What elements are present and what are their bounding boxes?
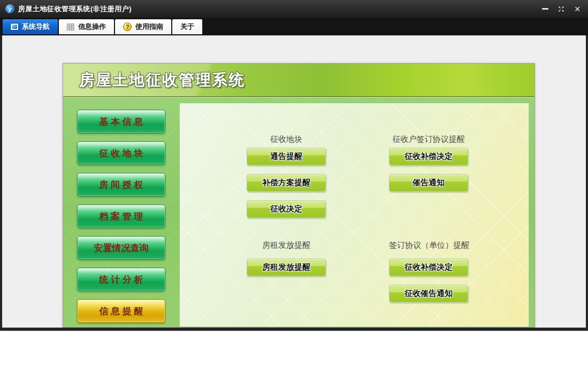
help-icon: ? <box>123 22 132 31</box>
sidebar-item-room-auth[interactable]: 房 间 授 权 <box>77 173 165 196</box>
notice-reminder-button[interactable]: 通告提醒 <box>247 148 326 165</box>
minimize-button[interactable] <box>540 4 551 14</box>
section-label: 征收地块 <box>247 134 326 145</box>
app-logo-icon: y <box>5 4 14 13</box>
restore-icon <box>558 5 565 13</box>
close-icon: ✕ <box>574 5 581 13</box>
section-label: 房租发放提醒 <box>247 240 326 251</box>
tab-bar: 系统导航 信息操作 ? 使用指南 关于 <box>0 18 588 35</box>
grid-icon <box>67 24 74 31</box>
window-square-icon <box>11 24 18 30</box>
unit-urge-notice-button[interactable]: 征收催告通知 <box>389 285 468 302</box>
app-window: y 房屋土地征收管理系统(非注册用户) ✕ 系统导航 信息操作 <box>0 0 588 331</box>
compensation-plan-reminder-button[interactable]: 补偿方案提醒 <box>247 174 326 192</box>
unit-compensation-decision-button[interactable]: 征收补偿决定 <box>389 259 468 276</box>
sidebar-item-archive-mgmt[interactable]: 档 案 管 理 <box>77 204 165 228</box>
window-title: 房屋土地征收管理系统(非注册用户) <box>18 4 132 14</box>
tab-system-navigation[interactable]: 系统导航 <box>3 19 58 34</box>
sidebar-item-resettle-query[interactable]: 安置情况查询 <box>77 236 165 260</box>
urge-notice-button[interactable]: 催告通知 <box>389 174 468 192</box>
restore-button[interactable] <box>556 4 567 14</box>
section-rent-payment: 房租发放提醒 房租发放提醒 <box>247 240 326 285</box>
section-label: 签订协议（单位）提醒 <box>389 240 468 251</box>
banner: 房屋土地征收管理系统 <box>63 64 534 97</box>
titlebar: y 房屋土地征收管理系统(非注册用户) ✕ <box>0 0 588 18</box>
main-green-panel: 房屋土地征收管理系统 基 本 信 息 征 收 地 块 房 间 授 权 档 案 管… <box>63 63 535 328</box>
tab-label: 使用指南 <box>135 22 163 32</box>
window-controls: ✕ <box>540 0 583 18</box>
sidebar-item-stats-analysis[interactable]: 统 计 分 析 <box>77 268 165 291</box>
section-unit-agreement: 签订协议（单位）提醒 征收补偿决定 征收催告通知 <box>389 240 468 311</box>
minimize-icon <box>542 8 548 10</box>
sidebar-item-land-parcel[interactable]: 征 收 地 块 <box>77 141 165 165</box>
page-title: 房屋土地征收管理系统 <box>79 70 245 91</box>
section-household-agreement: 征收户签订协议提醒 征收补偿决定 催告通知 <box>389 134 468 200</box>
tab-label: 系统导航 <box>22 22 50 32</box>
section-land-parcel: 征收地块 通告提醒 补偿方案提醒 征收决定 <box>247 134 326 226</box>
reminder-panel: 征收地块 通告提醒 补偿方案提醒 征收决定 征收户签订协议提醒 征收补偿决定 催… <box>180 103 529 327</box>
tab-user-guide[interactable]: ? 使用指南 <box>115 19 171 34</box>
tab-label: 信息操作 <box>78 22 106 32</box>
tab-about[interactable]: 关于 <box>172 19 202 34</box>
tab-info-operations[interactable]: 信息操作 <box>59 19 114 34</box>
close-button[interactable]: ✕ <box>572 4 583 14</box>
sidebar-item-basic-info[interactable]: 基 本 信 息 <box>77 110 165 133</box>
sidebar-item-info-reminder[interactable]: 信 息 提 醒 <box>77 299 165 323</box>
compensation-decision-button[interactable]: 征收补偿决定 <box>389 148 468 165</box>
rent-payment-reminder-button[interactable]: 房租发放提醒 <box>247 259 326 276</box>
content-area: 房屋土地征收管理系统 基 本 信 息 征 收 地 块 房 间 授 权 档 案 管… <box>2 35 586 328</box>
tab-label: 关于 <box>180 22 194 32</box>
section-label: 征收户签订协议提醒 <box>389 134 468 145</box>
expropriation-decision-button[interactable]: 征收决定 <box>247 200 326 218</box>
